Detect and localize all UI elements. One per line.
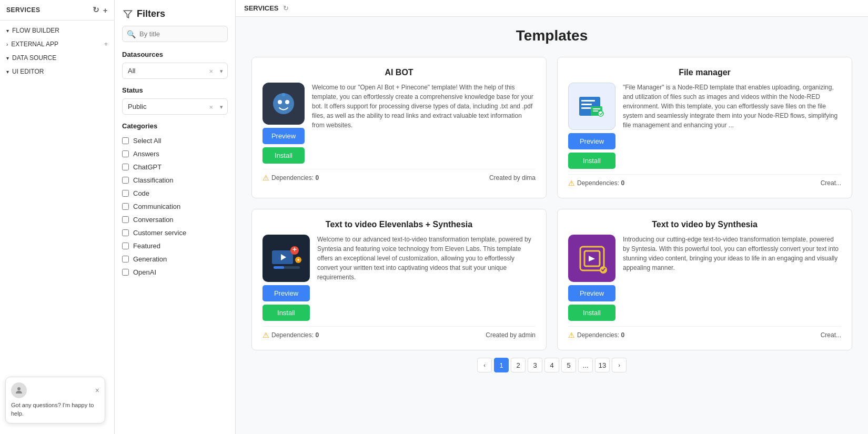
dependencies-warning-text-to-video-synthesia: ⚠ Dependencies: 0 bbox=[568, 331, 624, 339]
aibot-icon bbox=[263, 83, 305, 125]
sidebar-item-flow-builder[interactable]: ▾ FLOW BUILDER bbox=[0, 24, 114, 37]
category-item-chatgpt[interactable]: ChatGPT bbox=[122, 160, 228, 174]
template-card-text-to-video-synthesia: Text to video by Synthesia Preview Insta… bbox=[557, 209, 852, 350]
svg-point-24 bbox=[17, 387, 21, 390]
warning-icon-file-manager: ⚠ bbox=[568, 179, 575, 187]
preview-button-text-to-video-elevenlabs[interactable]: Preview bbox=[263, 285, 310, 301]
category-item-classification[interactable]: Classification bbox=[122, 174, 228, 187]
status-label: Status bbox=[122, 86, 228, 94]
video1-icon bbox=[263, 235, 310, 282]
category-item-code[interactable]: Code bbox=[122, 187, 228, 200]
template-title-text-to-video-elevenlabs: Text to video Elevenlabs + Synthesia bbox=[263, 220, 536, 229]
sidebar-header-icons: ↻ + bbox=[93, 5, 108, 15]
category-checkbox-openai[interactable] bbox=[122, 269, 129, 276]
template-footer-ai-bot: ⚠ Dependencies: 0 Created by dima bbox=[263, 169, 536, 182]
created-by-file-manager: Creat... bbox=[821, 179, 841, 187]
preview-button-ai-bot[interactable]: Preview bbox=[263, 128, 305, 144]
svg-marker-22 bbox=[589, 256, 595, 261]
templates-area: Templates AI BOT Preview Install Welcome… bbox=[236, 17, 868, 434]
template-title-file-manager: File manager bbox=[568, 68, 841, 77]
preview-button-file-manager[interactable]: Preview bbox=[568, 133, 615, 149]
category-checkbox-customer-service[interactable] bbox=[122, 229, 129, 236]
refresh-icon[interactable]: ↻ bbox=[93, 5, 100, 15]
svg-rect-8 bbox=[581, 104, 592, 105]
category-checkbox-classification[interactable] bbox=[122, 177, 129, 184]
template-desc-text-to-video-synthesia: Introducing our cutting-edge text-to-vid… bbox=[623, 235, 841, 321]
category-checkbox-code[interactable] bbox=[122, 190, 129, 197]
install-button-ai-bot[interactable]: Install bbox=[263, 147, 305, 164]
topbar-refresh-icon[interactable]: ↻ bbox=[283, 4, 289, 12]
sidebar-header: SERVICES ↻ + bbox=[0, 0, 114, 21]
pagination-page-1[interactable]: 1 bbox=[494, 358, 509, 372]
category-item-answers[interactable]: Answers bbox=[122, 147, 228, 160]
dep-count-text-to-video-synthesia: 0 bbox=[621, 331, 624, 339]
sidebar-item-ui-editor[interactable]: ▾ UI EDITOR bbox=[0, 65, 114, 78]
category-item-conversation[interactable]: Conversation bbox=[122, 213, 228, 226]
category-label-customer-service: Customer service bbox=[133, 229, 186, 237]
category-checkbox-featured[interactable] bbox=[122, 243, 129, 249]
dependencies-label-file-manager: Dependencies: 0 bbox=[577, 179, 624, 187]
category-checkbox-communication[interactable] bbox=[122, 203, 129, 210]
category-item-select-all[interactable]: Select All bbox=[122, 134, 228, 147]
pagination-page-13[interactable]: 13 bbox=[595, 358, 610, 372]
sidebar-item-data-source[interactable]: ▾ DATA SOURCE bbox=[0, 51, 114, 65]
filemanager-icon bbox=[568, 83, 615, 130]
template-body-text-to-video-elevenlabs: Preview Install Welcome to our advanced … bbox=[263, 235, 536, 321]
pagination-page-3[interactable]: 3 bbox=[528, 358, 542, 372]
category-label-classification: Classification bbox=[133, 176, 174, 184]
category-label-communication: Communication bbox=[133, 203, 180, 210]
clear-datasources-icon[interactable]: × bbox=[209, 67, 213, 75]
pagination-page-2[interactable]: 2 bbox=[511, 358, 526, 372]
caret-icon: › bbox=[6, 42, 8, 47]
main-content: SERVICES ↻ Templates AI BOT Preview Inst… bbox=[236, 0, 868, 434]
preview-button-text-to-video-synthesia[interactable]: Preview bbox=[568, 285, 615, 301]
category-item-openai[interactable]: OpenAI bbox=[122, 266, 228, 279]
chat-close-button[interactable]: × bbox=[95, 386, 99, 395]
pagination-page-4[interactable]: 4 bbox=[544, 358, 559, 372]
templates-title: Templates bbox=[251, 27, 852, 44]
category-checkbox-select-all[interactable] bbox=[122, 137, 129, 144]
pagination-page-...[interactable]: ... bbox=[578, 358, 593, 372]
category-label-generation: Generation bbox=[133, 255, 167, 263]
install-button-text-to-video-synthesia[interactable]: Install bbox=[568, 305, 615, 321]
pagination-page-5[interactable]: 5 bbox=[561, 358, 576, 372]
category-item-featured[interactable]: Featured bbox=[122, 239, 228, 253]
pagination-prev[interactable]: ‹ bbox=[477, 358, 492, 372]
template-footer-text-to-video-synthesia: ⚠ Dependencies: 0 Creat... bbox=[568, 326, 841, 339]
clear-status-icon[interactable]: × bbox=[209, 103, 213, 110]
category-checkbox-conversation[interactable] bbox=[122, 216, 129, 223]
template-body-ai-bot: Preview Install Welcome to our "Open AI … bbox=[263, 83, 536, 164]
template-body-file-manager: Preview Install "File Manager" is a Node… bbox=[568, 83, 841, 169]
category-item-communication[interactable]: Communication bbox=[122, 200, 228, 213]
sidebar-title: SERVICES bbox=[6, 6, 40, 14]
category-item-customer-service[interactable]: Customer service bbox=[122, 226, 228, 239]
category-item-generation[interactable]: Generation bbox=[122, 253, 228, 266]
category-checkbox-chatgpt[interactable] bbox=[122, 164, 129, 170]
dependencies-label-text-to-video-elevenlabs: Dependencies: 0 bbox=[271, 331, 319, 339]
dep-count-text-to-video-elevenlabs: 0 bbox=[315, 331, 319, 339]
pagination-next[interactable]: › bbox=[612, 358, 627, 372]
sidebar-item-label: DATA SOURCE bbox=[12, 54, 56, 62]
template-title-text-to-video-synthesia: Text to video by Synthesia bbox=[568, 220, 841, 229]
search-input[interactable] bbox=[122, 26, 228, 42]
category-checkbox-generation[interactable] bbox=[122, 256, 129, 263]
sidebar-nav: ▾ FLOW BUILDER › EXTERNAL APP + ▾ DATA S… bbox=[0, 21, 114, 82]
category-checkbox-answers[interactable] bbox=[122, 150, 129, 157]
install-button-text-to-video-elevenlabs[interactable]: Install bbox=[263, 305, 310, 321]
chat-widget: × Got any questions? I'm happy to help. bbox=[5, 377, 105, 423]
svg-marker-0 bbox=[124, 11, 132, 18]
template-left-text-to-video-elevenlabs: Preview Install bbox=[263, 235, 310, 321]
created-by-text-to-video-synthesia: Creat... bbox=[821, 331, 841, 339]
template-card-ai-bot: AI BOT Preview Install Welcome to our "O… bbox=[251, 57, 547, 198]
warning-icon-text-to-video-elevenlabs: ⚠ bbox=[263, 331, 269, 339]
sidebar-item-external-app[interactable]: › EXTERNAL APP + bbox=[0, 37, 114, 51]
add-service-icon[interactable]: + bbox=[103, 6, 108, 15]
templates-grid: AI BOT Preview Install Welcome to our "O… bbox=[251, 57, 852, 350]
template-left-file-manager: Preview Install bbox=[568, 83, 615, 169]
svg-point-2 bbox=[278, 100, 282, 104]
install-button-file-manager[interactable]: Install bbox=[568, 153, 615, 169]
created-by-text-to-video-elevenlabs: Created by admin bbox=[486, 331, 536, 339]
filter-icon bbox=[123, 9, 133, 19]
add-icon[interactable]: + bbox=[104, 41, 108, 48]
sidebar-item-label: EXTERNAL APP bbox=[11, 41, 58, 48]
